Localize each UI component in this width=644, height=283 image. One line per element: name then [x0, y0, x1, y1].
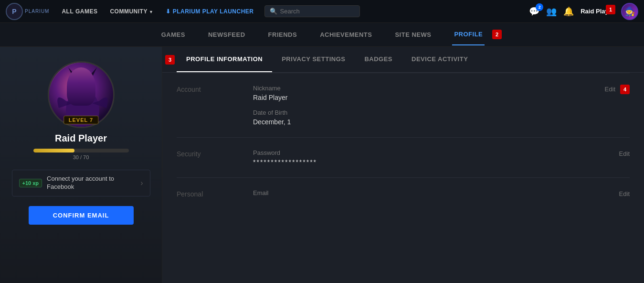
nickname-group: Nickname Raid Player	[253, 85, 595, 101]
xp-text: 30 / 70	[33, 154, 129, 160]
tab-device-activity[interactable]: DEVICE ACTIVITY	[402, 47, 477, 72]
tab-privacy-settings[interactable]: PRIVACY SETTINGS	[272, 47, 355, 72]
search-input[interactable]	[280, 8, 355, 15]
xp-bar-container: 30 / 70	[33, 149, 129, 160]
dob-value: December, 1	[253, 118, 595, 126]
connect-text: Connect your account to Facebook	[47, 175, 136, 191]
search-box[interactable]: 🔍	[264, 5, 360, 17]
player-name: Raid Player	[55, 133, 107, 144]
annotation-1: 1	[606, 5, 615, 14]
messages-button[interactable]: 💬 2	[529, 6, 539, 17]
logo[interactable]: P PLARIUM	[6, 3, 49, 20]
annotation-3-wrapper: 3	[162, 55, 175, 65]
nav-achievements[interactable]: ACHIEVEMENTS	[318, 24, 374, 45]
nav-games[interactable]: GAMES	[159, 24, 187, 45]
xp-bar-background	[33, 149, 129, 152]
messages-badge: 2	[536, 3, 543, 11]
logo-icon: P	[6, 3, 23, 20]
svg-point-2	[71, 76, 95, 102]
logo-letter: P	[12, 8, 16, 15]
level-badge: LEVEL 7	[63, 116, 98, 124]
community-link[interactable]: COMMUNITY	[105, 5, 158, 18]
nav-links: ALL GAMES COMMUNITY PLARIUM PLAY LAUNCHE…	[57, 5, 258, 18]
nav-right: 💬 2 👥 🔔 Raid Player 🧙	[529, 3, 638, 20]
personal-edit-button[interactable]: Edit	[619, 189, 630, 197]
tab-badges[interactable]: BADGES	[355, 47, 402, 72]
personal-section-row: Personal Email Edit	[177, 178, 630, 210]
main-content: LEVEL 7 Raid Player 30 / 70 +10 xp Conne…	[0, 47, 644, 283]
account-section-row: Account Nickname Raid Player Date of Bir…	[177, 73, 630, 137]
plarium-label: PLARIUM	[25, 9, 49, 14]
profile-content: PROFILE INFORMATION PRIVACY SETTINGS BAD…	[162, 47, 644, 283]
xp-chip: +10 xp	[19, 179, 42, 187]
nav-newsfeed[interactable]: NEWSFEED	[206, 24, 247, 45]
nav-profile[interactable]: PROFILE	[452, 24, 485, 45]
personal-label: Personal	[177, 189, 253, 198]
annotation-4: 4	[620, 85, 630, 94]
profile-section: Account Nickname Raid Player Date of Bir…	[162, 73, 644, 210]
account-edit-button[interactable]: Edit	[605, 85, 615, 93]
security-edit-button[interactable]: Edit	[619, 149, 630, 157]
email-label: Email	[253, 189, 610, 196]
friends-button[interactable]: 👥	[546, 6, 557, 17]
password-label: Password	[253, 149, 610, 156]
nickname-value: Raid Player	[253, 94, 595, 101]
account-label: Account	[177, 85, 253, 93]
account-fields: Nickname Raid Player Date of Birth Decem…	[253, 85, 595, 126]
tab-profile-information[interactable]: PROFILE INFORMATION	[177, 47, 272, 72]
top-navigation: P PLARIUM ALL GAMES COMMUNITY PLARIUM PL…	[0, 0, 644, 23]
nav-friends[interactable]: FRIENDS	[266, 24, 299, 45]
security-fields: Password ******************	[253, 149, 610, 166]
connect-facebook-box[interactable]: +10 xp Connect your account to Facebook …	[12, 170, 150, 196]
confirm-email-button[interactable]: CONFIRM EMAIL	[29, 206, 134, 225]
annotation-2: 2	[492, 30, 502, 39]
nav-site-news[interactable]: SITE NEWS	[393, 24, 433, 45]
security-section-row: Security Password ****************** Edi…	[177, 138, 630, 177]
dob-label: Date of Birth	[253, 109, 595, 116]
chevron-right-icon: ›	[140, 179, 143, 187]
xp-bar-fill	[33, 149, 74, 152]
avatar-container: LEVEL 7	[48, 61, 115, 128]
profile-tabs: PROFILE INFORMATION PRIVACY SETTINGS BAD…	[162, 47, 644, 73]
user-avatar[interactable]: 🧙	[621, 3, 638, 20]
search-icon: 🔍	[270, 8, 277, 15]
security-label: Security	[177, 149, 253, 158]
password-value: ******************	[253, 158, 610, 166]
launcher-link[interactable]: PLARIUM PLAY LAUNCHER	[161, 5, 258, 18]
notifications-button[interactable]: 🔔	[563, 6, 574, 17]
svg-point-3	[77, 85, 81, 90]
all-games-link[interactable]: ALL GAMES	[57, 5, 102, 18]
secondary-navigation: GAMES NEWSFEED FRIENDS ACHIEVEMENTS SITE…	[0, 23, 644, 47]
nickname-label: Nickname	[253, 85, 595, 92]
dob-group: Date of Birth December, 1	[253, 109, 595, 126]
email-group: Email	[253, 189, 610, 196]
password-group: Password ******************	[253, 149, 610, 166]
personal-fields: Email	[253, 189, 610, 198]
annotation-3: 3	[165, 55, 175, 65]
svg-point-4	[84, 85, 88, 90]
sidebar: LEVEL 7 Raid Player 30 / 70 +10 xp Conne…	[0, 47, 162, 283]
